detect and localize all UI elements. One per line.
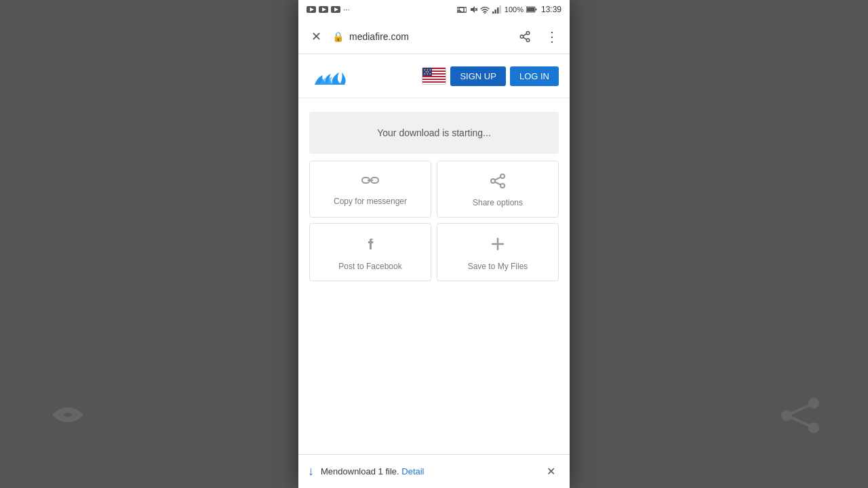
signup-button[interactable]: SIGN UP xyxy=(450,66,505,86)
svg-line-48 xyxy=(495,182,500,185)
download-detail-link[interactable]: Detail xyxy=(401,466,424,476)
svg-rect-20 xyxy=(497,7,499,14)
save-files-button[interactable]: Save to My Files xyxy=(437,223,559,281)
svg-point-45 xyxy=(491,179,495,183)
svg-line-4 xyxy=(787,403,814,415)
browser-bar: ✕ 🔒 mediafire.com ⋮ xyxy=(298,19,570,54)
mediafire-header: ★ ★ ★ ★ ★ ★ ★ ★ SIGN UP LOG IN xyxy=(298,54,570,98)
svg-point-44 xyxy=(500,174,505,178)
copy-messenger-button[interactable]: Copy for messenger xyxy=(309,161,431,218)
svg-rect-23 xyxy=(527,7,534,12)
share-options-icon xyxy=(490,174,506,192)
yt-icon-3 xyxy=(331,6,340,13)
mediafire-logo xyxy=(309,63,347,89)
action-grid: Copy for messenger Share options xyxy=(309,161,559,281)
time-display: 13:39 xyxy=(541,5,561,14)
yt-icon-1 xyxy=(307,6,316,13)
svg-rect-19 xyxy=(494,9,496,14)
page-content: ★ ★ ★ ★ ★ ★ ★ ★ SIGN UP LOG IN Your down… xyxy=(298,54,570,488)
battery-icon xyxy=(526,6,537,13)
share-options-icon-svg xyxy=(490,174,506,188)
browser-menu-button[interactable]: ⋮ xyxy=(541,26,563,47)
signal-icon xyxy=(492,5,502,14)
svg-point-17 xyxy=(484,12,486,14)
svg-rect-24 xyxy=(535,9,536,11)
svg-rect-13 xyxy=(459,7,467,12)
svg-line-47 xyxy=(495,178,500,180)
browser-url[interactable]: mediafire.com xyxy=(349,31,509,42)
battery-percent: 100% xyxy=(505,5,524,14)
save-files-label: Save to My Files xyxy=(468,262,528,271)
svg-rect-21 xyxy=(499,5,501,14)
yt-icon-2 xyxy=(319,6,328,13)
svg-point-25 xyxy=(526,31,530,35)
download-bar-text: Mendownload 1 file. Detail xyxy=(321,466,534,476)
svg-line-28 xyxy=(524,33,527,35)
download-close-button[interactable]: ✕ xyxy=(541,462,560,481)
download-arrow-icon: ↓ xyxy=(308,464,314,479)
svg-line-5 xyxy=(787,415,814,428)
us-flag-icon: ★ ★ ★ ★ ★ ★ ★ ★ xyxy=(422,68,446,84)
browser-close-button[interactable]: ✕ xyxy=(305,26,327,47)
mediafire-logo-svg xyxy=(309,63,347,89)
share-options-label: Share options xyxy=(473,198,523,207)
flag-button[interactable]: ★ ★ ★ ★ ★ ★ ★ ★ xyxy=(422,67,446,85)
link-icon xyxy=(361,174,379,191)
mute-icon xyxy=(469,5,477,14)
page-main: Your download is starting... Copy for me… xyxy=(298,98,570,295)
svg-rect-34 xyxy=(422,77,446,79)
copy-messenger-label: Copy for messenger xyxy=(334,197,407,206)
status-bar: ··· xyxy=(298,0,570,19)
svg-rect-36 xyxy=(422,83,446,84)
cast-icon xyxy=(457,5,467,14)
status-right: 100% 13:39 xyxy=(457,5,561,14)
plus-icon xyxy=(490,236,506,256)
svg-line-29 xyxy=(524,37,527,39)
share-icon xyxy=(519,30,531,43)
svg-rect-35 xyxy=(422,80,446,81)
status-left: ··· xyxy=(307,5,350,14)
svg-point-46 xyxy=(500,184,505,188)
post-facebook-button[interactable]: Post to Facebook xyxy=(309,223,431,281)
download-notification-bar: ↓ Mendownload 1 file. Detail ✕ xyxy=(298,454,570,488)
background-share-icon xyxy=(773,396,827,434)
share-options-button[interactable]: Share options xyxy=(437,161,559,218)
background-link-icon xyxy=(41,396,95,434)
header-buttons: ★ ★ ★ ★ ★ ★ ★ ★ SIGN UP LOG IN xyxy=(422,66,559,86)
svg-rect-18 xyxy=(492,12,494,14)
post-facebook-label: Post to Facebook xyxy=(338,262,401,271)
browser-share-button[interactable] xyxy=(514,26,536,47)
svg-point-27 xyxy=(526,39,530,42)
login-button[interactable]: LOG IN xyxy=(510,66,559,86)
facebook-icon-svg xyxy=(363,236,378,252)
download-banner: Your download is starting... xyxy=(309,112,559,154)
dots-icon: ··· xyxy=(343,5,350,14)
link-icon-svg xyxy=(361,174,379,187)
svg-text:★ ★ ★: ★ ★ ★ xyxy=(424,73,431,75)
wifi-icon xyxy=(480,6,490,14)
svg-point-26 xyxy=(520,35,524,38)
facebook-icon xyxy=(363,236,378,256)
plus-icon-svg xyxy=(490,236,506,252)
phone-frame: ··· xyxy=(298,0,570,488)
lock-icon: 🔒 xyxy=(332,31,344,42)
download-message: Your download is starting... xyxy=(377,127,491,138)
